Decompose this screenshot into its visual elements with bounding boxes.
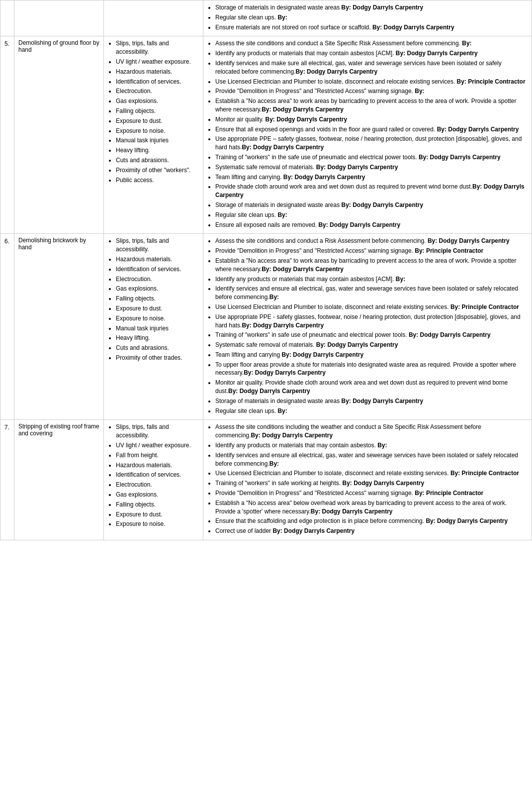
control-text: Assess the site conditions and conduct a… [215,237,428,244]
control-by: By: Dodgy Darryls Carpentry [262,266,344,273]
control-by: By: Dodgy Darryls Carpentry [228,388,310,395]
control-text: Use Licensed Electrician and Plumber to … [215,78,457,85]
control-text: Identify any products or materials that … [215,50,396,57]
hazard-item: Falling objects. [116,295,199,303]
control-by: By: [277,407,287,414]
control-item: Provide "Demolition in Progress" and "Re… [215,247,528,255]
control-item: Provide "Demolition in Progress" and "Re… [215,489,528,498]
control-item: Identify services and make sure all elec… [215,59,528,76]
number-cell: 5. [0,36,14,234]
control-by: By: Principle Contractor [415,490,483,497]
control-text: Storage of materials in designated waste… [215,202,341,208]
control-item: Regular site clean ups. By: [215,211,528,219]
main-table: Storage of materials in designated waste… [0,0,532,540]
hazard-item: Proximity of other trades. [116,354,199,362]
control-text: Use Licensed Electrician and Plumber to … [215,470,450,477]
hazard-item: Gas explosions. [116,491,199,499]
control-text: Regular site clean ups. [215,407,277,414]
control-by: By: Dodgy Darryls Carpentry [341,202,423,208]
control-by: By: Dodgy Darryls Carpentry [318,221,400,228]
control-by: By: [396,276,405,283]
hazard-list: Slips, trips, falls and accessibility.UV… [108,39,199,184]
hazard-item: UV light / weather exposure. [116,441,199,450]
control-text: Regular site clean ups. [215,14,277,21]
control-item: Use appropriate PPE – safety glasses, fo… [215,135,528,152]
hazard-item: Cuts and abrasions. [116,344,199,352]
hazard-item: Exposure to dust. [116,510,199,519]
hazard-item: Fall from height. [116,451,199,460]
control-item: Training of "workers" in the safe use of… [215,153,528,162]
hazard-item: Hazardous materials. [116,461,199,470]
control-text: Systematic safe removal of materials. [215,164,316,171]
control-item: Team lifting and carrying By: Dodgy Darr… [215,351,528,359]
hazard-item: Exposure to noise. [116,520,199,528]
hazard-item: Exposure to noise. [116,314,199,323]
control-cell: Assess the site conditions and conduct a… [203,36,532,234]
control-item: Ensure that all exposed openings and voi… [215,125,528,134]
pre-control-item: Storage of materials in designated waste… [215,3,528,12]
control-by: By: Dodgy Darryls Carpentry [283,174,365,181]
control-item: Ensure that the scaffolding and edge pro… [215,517,528,525]
section-row: 7.Stripping of existing roof frame and c… [0,420,532,540]
control-text: Provide "Demolition in Progress" and "Re… [215,247,415,254]
control-item: Identify any products or materials that … [215,275,528,284]
control-item: Establish a "No access area" to work are… [215,97,528,114]
hazard-item: Hazardous materials. [116,255,199,264]
control-text: Systematic safe removal of materials. [215,341,316,348]
control-item: To upper floor areas provide a shute for… [215,361,528,378]
control-item: Provide "Demolition in Progress" and "Re… [215,87,528,96]
task-cell: Demolishing brickwork by hand [14,234,104,420]
hazard-list: Slips, trips, falls and accessibility.Ha… [108,237,199,362]
control-item: Systematic safe removal of materials. By… [215,163,528,172]
control-item: Use Licensed Electrician and Plumber to … [215,303,528,311]
hazard-item: Exposure to dust. [116,117,199,125]
hazard-item: Slips, trips, falls and accessibility. [116,39,199,56]
hazard-cell: Slips, trips, falls and accessibility.UV… [104,420,203,540]
control-item: Storage of materials in designated waste… [215,397,528,405]
control-by: By: Dodgy Darryls Carpentry [242,144,324,151]
control-by: By: Dodgy Darryls Carpentry [251,432,333,439]
control-item: Assess the site conditions and conduct a… [215,237,528,245]
control-by: By: Dodgy Darryls Carpentry [316,341,398,348]
hazard-item: Slips, trips, falls and accessibility. [116,237,199,254]
control-by: By: [277,14,287,21]
control-text: Storage of materials in designated waste… [215,398,341,404]
control-item: Team lifting and carrying. By: Dodgy Dar… [215,173,528,182]
control-text: Identify services and ensure all electri… [215,285,518,301]
number-cell: 7. [0,420,14,540]
control-by: By: [277,211,287,218]
hazard-item: Heavy lifting. [116,334,199,342]
control-by: By: Dodgy Darryls Carpentry [281,351,363,358]
control-text: Team lifting and carrying [215,351,281,358]
control-by: By: Dodgy Darryls Carpentry [262,106,344,113]
pre-controls-list: Storage of materials in designated waste… [207,3,528,31]
control-text: Training of "workers" in safe working at… [215,480,343,487]
hazard-item: Exposure to noise. [116,127,199,135]
main-tbody: 5.Demolishing of ground floor by handSli… [0,36,532,540]
control-by: By: Dodgy Darryls Carpentry [242,322,324,329]
hazard-cell: Slips, trips, falls and accessibility.Ha… [104,234,203,420]
control-text: Storage of materials in designated waste… [215,4,341,11]
control-item: Establish a "No access area" below overh… [215,499,528,516]
task-cell: Stripping of existing roof frame and cov… [14,420,104,540]
control-by: By: Dodgy Darryls Carpentry [341,398,423,404]
section-row: 6.Demolishing brickwork by handSlips, tr… [0,234,532,420]
control-by: By: Dodgy Darryls Carpentry [295,68,377,75]
hazard-item: Public access. [116,176,199,185]
control-text: Correct use of ladder [215,527,272,534]
control-text: Ensure all exposed nails are removed. [215,221,318,228]
control-item: Ensure all exposed nails are removed. By… [215,221,528,229]
control-text: Establish a "No access area" to work are… [215,98,516,113]
hazard-item: Gas explosions. [116,97,199,105]
control-by: By: Dodgy Darryls Carpentry [372,24,454,31]
hazard-item: Identification of services. [116,78,199,86]
hazard-item: Identification of services. [116,265,199,274]
control-by: By: Dodgy Darryls Carpentry [272,527,355,534]
control-item: Provide shade cloth around work area and… [215,183,528,200]
control-item: Monitor air quality. Provide shade cloth… [215,379,528,396]
control-text: Assess the site conditions and conduct a… [215,40,462,47]
control-item: Regular site clean ups. By: [215,407,528,415]
control-by: By: Dodgy Darryls Carpentry [316,164,398,171]
control-cell: Assess the site conditions including the… [203,420,532,540]
control-text: Regular site clean ups. [215,211,277,218]
